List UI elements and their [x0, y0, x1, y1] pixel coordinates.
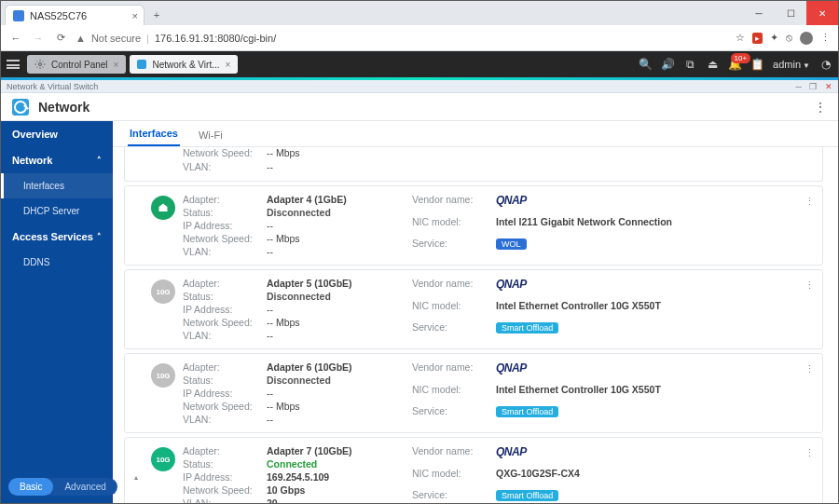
browser-window: NAS525C76 × + ─ ☐ ✕ ← → ⟳ ▲ Not secure |…	[0, 0, 839, 504]
app-min-button[interactable]: ─	[796, 82, 802, 91]
content-area: Interfaces Wi-Fi Network Speed:-- Mbps V…	[113, 121, 838, 503]
puzzle-icon[interactable]: ✦	[770, 32, 778, 44]
label-nic: NIC model:	[412, 216, 496, 235]
adapter-panel: ⋮ ▴ 10G Adapter:Adapter 7 (10GbE) Status…	[124, 437, 823, 503]
adapter-panel: ⋮ 10G Adapter:Adapter 6 (10GbE) Status:D…	[124, 353, 823, 433]
service-badge: Smart Offload	[496, 490, 558, 501]
dashboard-icon[interactable]: ◔	[819, 58, 832, 71]
adapter-more-icon[interactable]: ⋮	[805, 196, 815, 208]
expand-caret-icon[interactable]: ▴	[134, 473, 142, 482]
devices-icon[interactable]: ⧉	[683, 58, 696, 71]
browser-tabstrip: NAS525C76 × + ─ ☐ ✕	[1, 1, 838, 25]
toggle-advanced[interactable]: Advanced	[53, 478, 117, 496]
value-nic: Intel Ethernet Controller 10G X550T	[496, 384, 661, 402]
label-ip: IP Address:	[183, 471, 267, 483]
tab-interfaces[interactable]: Interfaces	[128, 122, 180, 146]
value-status: Connected	[267, 458, 397, 470]
adapter-panel: ⋮ Adapter:Adapter 4 (1GbE) Status:Discon…	[124, 185, 823, 266]
minimize-button[interactable]: ─	[743, 1, 775, 25]
close-tab-x[interactable]: ×	[114, 60, 119, 70]
reload-button[interactable]: ⟳	[53, 32, 68, 44]
chrome-menu-icon[interactable]: ⋮	[820, 32, 831, 44]
label-status: Status:	[183, 458, 267, 470]
app-max-button[interactable]: ❐	[809, 82, 817, 91]
value-vlan: --	[267, 414, 397, 425]
sidebar-interfaces[interactable]: Interfaces	[1, 173, 113, 198]
hamburger-icon[interactable]	[7, 60, 20, 69]
close-tab-icon[interactable]: ×	[132, 10, 138, 21]
qnap-tab-control-panel[interactable]: Control Panel ×	[27, 55, 126, 74]
sidebar: Overview Network˄ Interfaces DHCP Server…	[1, 121, 113, 503]
app-close-button[interactable]: ✕	[825, 82, 832, 91]
value-speed: -- Mbps	[267, 233, 397, 244]
label-adapter: Adapter:	[183, 278, 267, 289]
maximize-button[interactable]: ☐	[775, 1, 806, 25]
label-speed: Network Speed:	[183, 401, 267, 412]
forward-button[interactable]: →	[31, 33, 46, 44]
favicon-icon	[13, 10, 24, 21]
sidebar-network[interactable]: Network˄	[1, 147, 113, 173]
star-icon[interactable]: ☆	[736, 32, 745, 44]
new-tab-button[interactable]: +	[146, 5, 167, 25]
sidebar-dhcp-server[interactable]: DHCP Server	[1, 198, 113, 224]
adapter-icon: 10G	[151, 279, 175, 304]
label-vlan: VLAN:	[183, 330, 267, 341]
value-vlan: --	[267, 161, 397, 173]
label-ip: IP Address:	[183, 388, 267, 399]
browser-tab[interactable]: NAS525C76 ×	[5, 5, 144, 25]
label-status: Status:	[183, 375, 267, 386]
interfaces-scroll[interactable]: Network Speed:-- Mbps VLAN:-- ⋮ Adapter:…	[113, 147, 838, 503]
adapter-more-icon[interactable]: ⋮	[805, 447, 815, 459]
address-field[interactable]: ▲ Not secure | 176.16.91.91:8080/cgi-bin…	[76, 33, 728, 44]
value-speed: -- Mbps	[267, 401, 397, 412]
sidebar-mode-toggle[interactable]: Basic Advanced	[8, 478, 117, 496]
adapter-more-icon[interactable]: ⋮	[805, 363, 815, 375]
sidebar-access-services[interactable]: Access Services˄	[1, 224, 113, 250]
back-button[interactable]: ←	[8, 33, 23, 44]
value-speed: -- Mbps	[267, 147, 397, 159]
app-header-more-icon[interactable]: ⋮	[814, 100, 827, 115]
label-speed: Network Speed:	[183, 147, 267, 159]
volume-icon[interactable]: 🔊	[661, 58, 674, 71]
label-speed: Network Speed:	[183, 484, 267, 496]
qnap-tab-label: Network & Virt...	[152, 60, 219, 70]
label-nic: NIC model:	[412, 468, 496, 486]
blocked-icon[interactable]: ⦸	[786, 32, 792, 44]
toggle-basic[interactable]: Basic	[8, 478, 53, 496]
qnap-tab-network[interactable]: Network & Virt... ×	[130, 55, 238, 74]
clipboard-icon[interactable]: 📋	[750, 58, 763, 71]
value-ip: 169.254.5.109	[267, 471, 397, 483]
profile-icon[interactable]	[800, 32, 813, 45]
label-speed: Network Speed:	[183, 233, 267, 244]
not-secure-label: Not secure	[91, 33, 141, 44]
usb-icon[interactable]: ⏏	[706, 58, 719, 71]
value-speed: 10 Gbps	[267, 484, 397, 496]
chevron-up-icon: ˄	[97, 156, 102, 165]
svg-point-0	[39, 63, 42, 66]
value-vlan: 20	[267, 497, 397, 503]
address-right-icons: ☆ ▸ ✦ ⦸ ⋮	[736, 32, 831, 45]
value-status: Disconnected	[267, 207, 397, 218]
service-badge: Smart Offload	[496, 406, 558, 417]
notifications-icon[interactable]: 🔔10+	[728, 58, 741, 71]
close-tab-x[interactable]: ×	[226, 60, 231, 70]
app-logo-icon	[12, 99, 29, 116]
value-status: Disconnected	[267, 291, 397, 302]
pdf-icon[interactable]: ▸	[752, 33, 763, 44]
label-adapter: Adapter:	[183, 194, 267, 205]
close-window-button[interactable]: ✕	[806, 1, 838, 25]
sidebar-ddns[interactable]: DDNS	[1, 250, 113, 275]
adapter-more-icon[interactable]: ⋮	[805, 279, 815, 292]
search-icon[interactable]: 🔍	[639, 58, 652, 71]
app-window-titlebar: Network & Virtual Switch ─ ❐ ✕	[1, 80, 838, 93]
tab-wifi[interactable]: Wi-Fi	[197, 124, 225, 146]
app-title: Network	[38, 100, 89, 115]
not-secure-icon: ▲	[76, 33, 86, 44]
network-icon	[137, 60, 146, 69]
sidebar-overview[interactable]: Overview	[1, 121, 113, 147]
label-vendor: Vendor name:	[412, 361, 496, 382]
user-menu[interactable]: admin▼	[773, 59, 810, 70]
adapter-panel: ⋮ 10G Adapter:Adapter 5 (10GbE) Status:D…	[124, 269, 823, 349]
service-badge: Smart Offload	[496, 322, 558, 334]
adapter-icon: 10G	[151, 363, 175, 388]
